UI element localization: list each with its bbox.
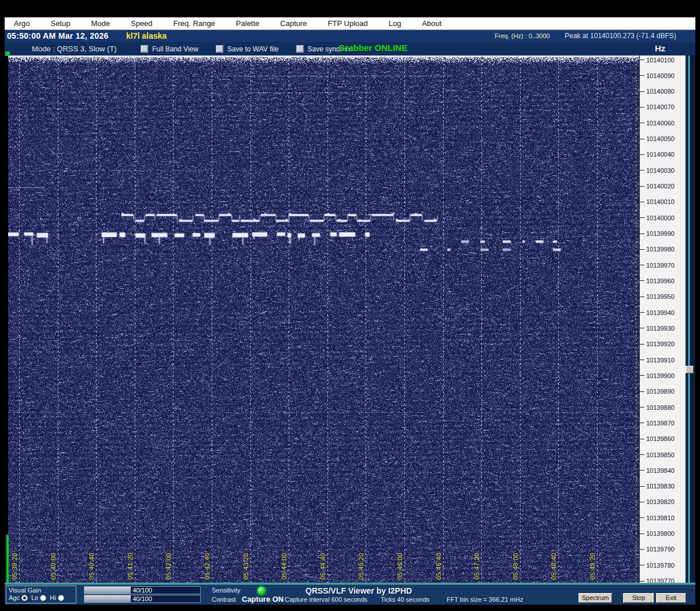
- menu-bar: ArgoSetupModeSpeedFreq. RangePaletteCapt…: [5, 17, 695, 30]
- menu-item-ftp-upload[interactable]: FTP Upload: [325, 18, 371, 29]
- mode-bar: Mode : QRSS 3, Slow (T) Full Band ViewSa…: [5, 42, 695, 55]
- scrollbar-thumb[interactable]: [686, 366, 694, 373]
- menu-item-capture[interactable]: Capture: [277, 18, 310, 29]
- freq-scale-label: 10139840: [640, 467, 675, 474]
- freq-scale-label: 10139860: [640, 435, 675, 442]
- freq-value: 10139850: [646, 451, 675, 458]
- freq-value: 10139830: [646, 483, 675, 490]
- hz-unit-label: Hz: [655, 43, 665, 53]
- capture-interval-label: Capture interval 600 seconds: [285, 596, 367, 603]
- radio-label: Hi: [50, 594, 56, 601]
- menu-item-mode[interactable]: Mode: [87, 18, 113, 29]
- time-axis-label: 05:46:40: [435, 553, 442, 580]
- freq-tick-mark: [640, 107, 644, 108]
- checkbox-save-to-wav-file[interactable]: [216, 45, 223, 53]
- freq-scale-label: 10139970: [640, 262, 675, 269]
- freq-tick-mark: [640, 375, 644, 376]
- radio-lo[interactable]: [40, 595, 46, 601]
- freq-value: 10139820: [646, 498, 675, 505]
- freq-tick-mark: [640, 312, 644, 313]
- menu-item-freq-range[interactable]: Freq. Range: [170, 18, 219, 29]
- freq-tick-mark: [640, 439, 644, 439]
- freq-tick-mark: [640, 454, 644, 455]
- menu-item-argo[interactable]: Argo: [10, 18, 33, 29]
- freq-value: 10140030: [646, 167, 675, 174]
- gain-option: Agc: [9, 594, 28, 601]
- exit-button[interactable]: Exit: [656, 593, 686, 603]
- radio-hi[interactable]: [58, 595, 64, 601]
- freq-tick-mark: [640, 486, 644, 487]
- waterfall-display[interactable]: 05:39:2005:40:0005:40:4005:41:2005:42:00…: [8, 55, 639, 583]
- freq-tick-mark: [640, 265, 644, 265]
- freq-value: 10139800: [646, 530, 675, 537]
- freq-tick-mark: [640, 423, 644, 423]
- freq-scale-label: 10139870: [640, 420, 675, 427]
- freq-value: 10140090: [646, 72, 675, 79]
- contrast-value: 40/100: [84, 595, 200, 602]
- grabber-online-status: Grabber ONLINE: [338, 43, 407, 53]
- freq-value: 10139930: [646, 325, 675, 332]
- time-axis-label: 05:49:20: [589, 553, 596, 580]
- freq-tick-mark: [640, 534, 644, 534]
- freq-tick-mark: [640, 249, 644, 250]
- menu-item-log[interactable]: Log: [385, 18, 405, 29]
- time-axis-label: 05:41:20: [127, 553, 134, 580]
- freq-tick-mark: [640, 186, 644, 187]
- freq-tick-mark: [640, 344, 644, 345]
- waterfall-canvas[interactable]: [8, 55, 639, 583]
- time-axis-label: 05:47:20: [473, 553, 480, 580]
- freq-scale-label: 10139900: [640, 372, 675, 379]
- freq-value: 10140050: [646, 135, 675, 142]
- freq-value: 10140070: [646, 103, 675, 110]
- freq-value: 10139940: [646, 309, 675, 316]
- freq-tick-mark: [640, 234, 644, 234]
- stop-button[interactable]: Stop: [623, 593, 654, 603]
- sensitivity-label: Sensitivity: [212, 587, 241, 594]
- menu-item-palette[interactable]: Palette: [233, 18, 263, 29]
- contrast-slider[interactable]: 40/100: [84, 595, 201, 603]
- freq-tick-mark: [640, 217, 644, 218]
- freq-tick-mark: [640, 202, 644, 202]
- checkbox-label: Full Band View: [152, 45, 198, 53]
- visual-gain-title: Visual Gain: [9, 587, 73, 594]
- freq-scale-label: 10139920: [640, 340, 675, 347]
- freq-scale-label: 10140040: [640, 151, 675, 158]
- menu-item-speed[interactable]: Speed: [127, 18, 156, 29]
- time-axis-label: 05:44:40: [319, 553, 326, 580]
- freq-value: 10140010: [646, 198, 675, 205]
- freq-scale-label: 10139770: [640, 577, 675, 583]
- freq-scale-label: 10140070: [640, 103, 675, 110]
- spectrum-button[interactable]: Spectrum: [579, 593, 612, 603]
- freq-tick-mark: [640, 297, 644, 297]
- mode-label: Mode : QRSS 3, Slow (T): [32, 45, 117, 53]
- radio-label: Lo: [31, 594, 38, 601]
- sensitivity-slider[interactable]: 40/100: [84, 586, 201, 594]
- freq-value: 10140000: [646, 214, 675, 221]
- freq-scale-label: 10139880: [640, 404, 675, 411]
- freq-value: 10139890: [646, 388, 675, 395]
- checkbox-group: Save to WAV file: [216, 45, 279, 53]
- freq-scale-label: 10139980: [640, 246, 675, 253]
- freq-tick-mark: [640, 470, 644, 471]
- scrollbar-track: [688, 55, 690, 583]
- radio-agc[interactable]: [21, 595, 28, 601]
- frequency-scrollbar[interactable]: [686, 55, 695, 583]
- freq-range-label: Freq. (Hz) : 0..3000: [495, 32, 550, 39]
- station-label: kl7l alaska: [126, 31, 167, 40]
- menu-item-about[interactable]: About: [418, 18, 445, 29]
- freq-scale-label: 10139790: [640, 546, 675, 553]
- time-axis-label: 05:44:00: [281, 553, 288, 580]
- checkbox-save-synch-ed[interactable]: [296, 45, 304, 53]
- menu-item-setup[interactable]: Setup: [47, 18, 73, 29]
- time-axis-label: 05:42:40: [204, 553, 211, 580]
- freq-value: 10139990: [646, 230, 675, 237]
- freq-scale-label: 10139910: [640, 357, 675, 364]
- datetime-label: 05:50:00 AM Mar 12, 2026: [7, 31, 109, 40]
- freq-tick-mark: [640, 75, 644, 76]
- freq-scale-label: 10139800: [640, 530, 675, 537]
- freq-scale-label: 10140030: [640, 167, 675, 174]
- freq-tick-mark: [640, 407, 644, 408]
- freq-value: 10140100: [646, 57, 675, 64]
- freq-tick-mark: [640, 360, 644, 360]
- checkbox-full-band-view[interactable]: [141, 45, 148, 53]
